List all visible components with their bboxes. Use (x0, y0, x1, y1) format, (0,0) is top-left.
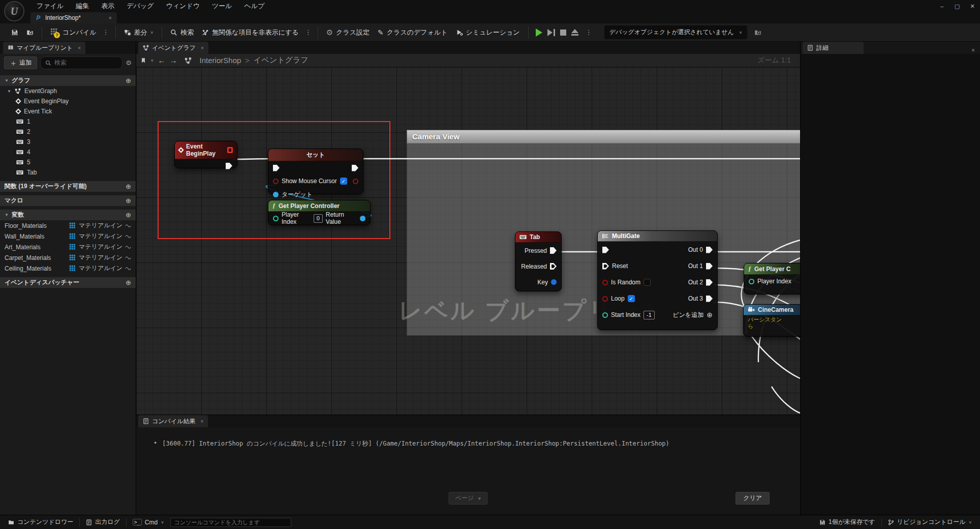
compile-log-entry[interactable]: • [3600.77] InteriorShop のコンパイルに成功しました![… (154, 439, 669, 448)
add-graph-icon[interactable]: ⊕ (126, 77, 131, 84)
menu-tools[interactable]: ツール (206, 0, 238, 13)
add-variable-icon[interactable]: ⊕ (126, 211, 131, 219)
node-set-header[interactable]: セット (268, 149, 363, 161)
out1-exec-pin[interactable] (706, 263, 713, 270)
debug-object-dropdown[interactable]: デバッグオブジェクトが選択されていません ∨ (604, 25, 748, 39)
cmd-dropdown[interactable]: >_ Cmd ∨ (129, 517, 168, 528)
variable-row-wall-materials[interactable]: Wall_Materials マテリアルイン (0, 231, 136, 242)
tree-item-key-tab[interactable]: Tab (0, 167, 136, 178)
node-set-show-mouse-cursor[interactable]: セット Show Mouse Cursor ✓ (268, 149, 363, 194)
tab-my-blueprint[interactable]: マイブループリント × (3, 42, 85, 54)
target-pin[interactable] (273, 192, 279, 197)
bool-pin-show-mouse-cursor[interactable] (273, 179, 279, 184)
exec-out-pin[interactable] (352, 165, 358, 171)
console-command-input[interactable] (170, 518, 291, 527)
compile-button[interactable]: ? コンパイル (46, 25, 101, 40)
bool-pin-out[interactable] (353, 179, 358, 184)
pressed-exec-pin[interactable] (550, 247, 557, 254)
add-macro-icon[interactable]: ⊕ (126, 197, 131, 204)
player-index-value[interactable]: 0 (314, 214, 323, 223)
navigate-forward-icon[interactable]: → (170, 56, 177, 65)
menu-edit[interactable]: 編集 (70, 0, 95, 13)
menu-help[interactable]: ヘルプ (238, 0, 271, 13)
filter-gear-icon[interactable]: ⚙ (126, 59, 132, 67)
start-index-value[interactable]: -1 (644, 311, 655, 319)
node-get-player-header[interactable]: ƒ Get Player C (744, 263, 800, 275)
stop-icon[interactable] (560, 30, 566, 36)
node-cinecamera-clipped[interactable]: CineCamera パーシスタン ら (743, 304, 800, 337)
section-functions[interactable]: 関数 (19 オーバーライド可能) ⊕ (0, 181, 136, 192)
start-index-pin[interactable] (602, 312, 608, 318)
out2-exec-pin[interactable] (706, 279, 713, 286)
frame-skip-icon[interactable] (547, 29, 555, 36)
graph-hierarchy-icon[interactable] (185, 57, 192, 64)
out0-exec-pin[interactable] (706, 247, 713, 253)
node-gpc-header[interactable]: ƒ Get Player Controller (268, 200, 370, 212)
exec-in-pin[interactable] (273, 165, 280, 171)
asset-tab-interiorshop[interactable]: InteriorShop* × (30, 12, 117, 23)
add-function-icon[interactable]: ⊕ (126, 183, 131, 190)
play-options-icon[interactable]: ⋮ (584, 26, 594, 38)
breakpoint-icon[interactable] (227, 147, 233, 153)
menu-debug[interactable]: デバッグ (120, 0, 160, 13)
navigate-back-icon[interactable]: ← (158, 56, 166, 65)
diff-button[interactable]: 差分 ∨ (120, 25, 158, 40)
details-panel-close-icon[interactable]: × (971, 47, 980, 54)
hide-unrelated-options-icon[interactable]: ⋮ (303, 26, 314, 38)
variable-row-ceiling-materials[interactable]: Ceiling_Materials マテリアルイン (0, 263, 136, 274)
add-button[interactable]: ＋ 追加 (4, 56, 37, 69)
minimize-button[interactable]: – (934, 0, 950, 12)
tree-item-key-5[interactable]: 5 (0, 157, 136, 167)
my-blueprint-search-input[interactable]: 検索 (40, 56, 122, 69)
browse-asset-button[interactable] (22, 26, 38, 39)
comment-title[interactable]: Camera View (407, 130, 800, 143)
debug-browse-button[interactable] (750, 26, 765, 39)
compile-options-icon[interactable]: ⋮ (101, 26, 111, 38)
variable-row-art-materials[interactable]: Art_Materials マテリアルイン (0, 242, 136, 252)
class-settings-button[interactable]: ⚙ クラス設定 (322, 25, 374, 40)
clear-button[interactable]: クリア (736, 492, 770, 505)
output-log-button[interactable]: 出力ログ (82, 516, 124, 528)
node-get-player-controller[interactable]: ƒ Get Player Controller Player Index 0 R… (268, 200, 371, 225)
menu-view[interactable]: 表示 (95, 0, 120, 13)
key-pin[interactable] (551, 279, 557, 285)
return-value-pin[interactable] (360, 216, 365, 221)
compile-results-tab-close-icon[interactable]: × (200, 419, 203, 424)
loop-pin[interactable] (602, 296, 608, 302)
unsaved-assets-button[interactable]: 1個が未保存です (815, 516, 879, 528)
chevron-down-icon[interactable]: ∨ (150, 58, 154, 63)
tree-item-key-3[interactable]: 3 (0, 137, 136, 147)
section-event-dispatchers[interactable]: イベントディスパッチャー ⊕ (0, 277, 136, 288)
hide-unrelated-button[interactable]: 無関係な項目を非表示にする (198, 25, 303, 40)
section-macros[interactable]: マクロ ⊕ (0, 195, 136, 206)
save-button[interactable] (7, 26, 22, 39)
maximize-button[interactable]: ▢ (950, 0, 965, 12)
variable-row-floor-materials[interactable]: Floor_Materials マテリアルイン (0, 220, 136, 231)
tree-item-key-4[interactable]: 4 (0, 147, 136, 157)
node-multigate[interactable]: MultiGate Out 0 Reset Out 1 Is Random Ou… (597, 230, 718, 330)
released-exec-pin[interactable] (550, 263, 557, 270)
tree-item-event-tick[interactable]: Event Tick (0, 106, 136, 116)
add-dispatcher-icon[interactable]: ⊕ (126, 279, 131, 286)
menu-file[interactable]: ファイル (30, 0, 70, 13)
is-random-checkbox[interactable] (644, 279, 651, 286)
show-mouse-cursor-checkbox[interactable]: ✓ (340, 178, 347, 185)
close-button[interactable]: ✕ (965, 0, 980, 12)
node-multigate-header[interactable]: MultiGate (598, 231, 717, 242)
menu-window[interactable]: ウィンドウ (160, 0, 206, 13)
visibility-eye-icon[interactable] (125, 233, 131, 240)
visibility-eye-icon[interactable] (125, 266, 131, 272)
node-tab-header[interactable]: Tab (515, 232, 561, 243)
find-button[interactable]: 検索 (166, 25, 198, 40)
node-event-beginplay[interactable]: Event BeginPlay (174, 141, 237, 168)
blueprint-canvas[interactable]: Camera View レベル ブループリント (136, 67, 800, 415)
is-random-pin[interactable] (602, 280, 608, 285)
tree-item-key-2[interactable]: 2 (0, 127, 136, 137)
exec-out-pin[interactable] (226, 163, 232, 169)
revision-control-button[interactable]: リビジョンコントロール ∨ (884, 516, 976, 528)
simulation-button[interactable]: シミュレーション (452, 25, 524, 40)
loop-checkbox[interactable]: ✓ (628, 295, 635, 302)
class-defaults-button[interactable]: ✎ クラスのデフォルト (374, 25, 451, 40)
node-event-beginplay-header[interactable]: Event BeginPlay (175, 141, 237, 159)
play-icon[interactable] (536, 28, 542, 37)
